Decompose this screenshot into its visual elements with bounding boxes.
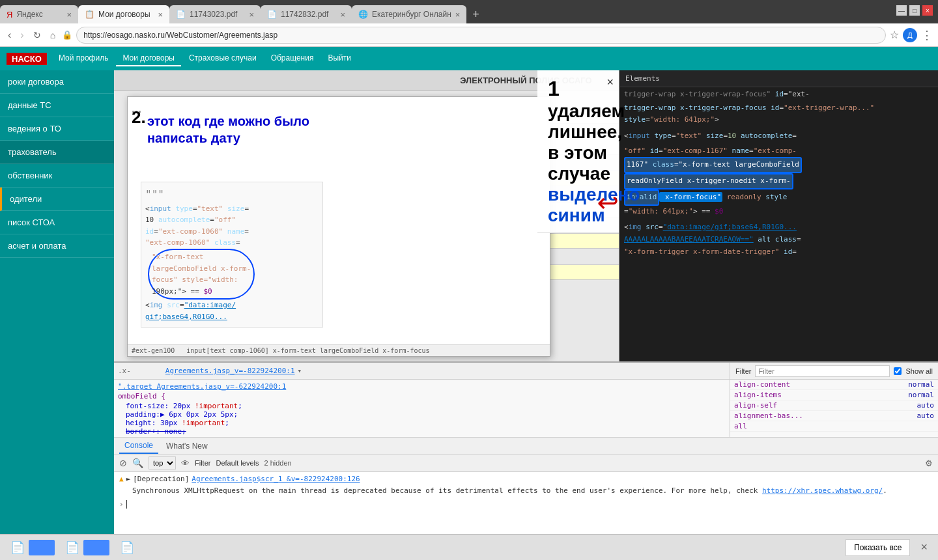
console-toolbar: ⊘ 🔍 top 👁 Filter Default levels 2 hidden… <box>114 455 938 472</box>
url-input[interactable] <box>76 27 886 44</box>
tab-moi-dogovory[interactable]: 📋 Мои договоры × <box>78 5 169 23</box>
tab-whats-new[interactable]: What's New <box>161 439 213 453</box>
styles-filter-input[interactable] <box>755 365 890 377</box>
xhr-spec-link[interactable]: https://xhr.spec.whatwg.org/ <box>762 486 883 495</box>
tab-close-moi-dogovory[interactable]: × <box>158 10 163 20</box>
tab-console[interactable]: Console <box>119 438 158 454</box>
tab-title-ekb: Екатеринбург Онлайн <box>372 10 451 19</box>
download-btn-1[interactable] <box>29 540 55 555</box>
devtools-styles-row: .x- Agreements.jasp_v=-822924200:1 ▾ Fil… <box>114 363 938 380</box>
window-controls: — □ × <box>896 5 933 16</box>
header-nav-dogovory[interactable]: Мои договоры <box>116 51 181 66</box>
sidebar-item-stoa[interactable]: писок СТОА <box>0 211 114 234</box>
show-all-checkbox[interactable] <box>894 367 902 375</box>
filter-text: Filter <box>195 459 210 467</box>
user-icon[interactable]: Д <box>903 28 917 42</box>
deprecation-arrow: ► <box>126 475 131 483</box>
code-right-line-5: invalid x-form-focus" readonly style <box>620 189 938 206</box>
code-right-main: <input type="text" size=10 autocomplete= <box>620 128 938 145</box>
home-button[interactable]: ⌂ <box>48 29 58 42</box>
address-bar: ‹ › ↻ ⌂ 🔒 ☆ Д ⋮ <box>0 23 938 47</box>
sidebar-item-strakhovatel[interactable]: трахователь <box>0 141 114 164</box>
console-filter-toggle[interactable]: 🔍 <box>132 458 143 468</box>
download-pdf-icon-2: 📄 <box>65 540 79 555</box>
code-right-img-line3: "x-form-trigger x-form-date-trigger" id= <box>620 246 938 259</box>
code-right-line-0b: trigger-wrap x-trigger-wrap-focus id="ex… <box>620 102 938 128</box>
download-item-3: 📄 <box>120 540 134 555</box>
tab-ekb[interactable]: 🌐 Екатеринбург Онлайн × <box>352 5 466 23</box>
download-item-1: 📄 <box>10 540 55 555</box>
code-right-line-2: "off" id="ext-comp-1167" name="ext-comp- <box>620 145 938 158</box>
new-tab-button[interactable]: + <box>466 5 485 23</box>
reload-button[interactable]: ↻ <box>31 29 44 42</box>
tab-close-pdf2[interactable]: × <box>340 10 345 20</box>
step-2-label: 2. <box>132 107 146 128</box>
menu-icon[interactable]: ⋮ <box>921 28 933 42</box>
console-source-link[interactable]: Agreements.jasp$scr_1 &v=-822924200:126 <box>192 475 360 483</box>
code-left-content: """ <input type="text" size= 10 autocomp… <box>141 182 323 328</box>
console-context-dropdown[interactable]: top <box>149 456 176 469</box>
console-eye-btn[interactable]: 👁 <box>181 458 190 468</box>
download-pdf-icon-3: 📄 <box>120 540 134 555</box>
hidden-count-badge: 2 hidden <box>264 459 292 467</box>
warning-triangle-icon: ▲ <box>119 475 124 483</box>
css-prop-fontsize: font-size: 20px !important; <box>118 402 726 410</box>
annotation-close[interactable]: × <box>606 76 614 89</box>
annotation-text1: удаляем лишнее, в этом случае <box>548 101 625 184</box>
devtools-body: ".target Agreements.jasp_v=-622924200:1 … <box>114 380 938 437</box>
show-all-label: Show all <box>905 367 933 375</box>
code-right-img-line2: AAAAALAAAAABAAEEAAATCRAEAOW==" alt class… <box>620 234 938 246</box>
header-nav-vyhod[interactable]: Выйти <box>321 51 358 66</box>
close-downloads-btn[interactable]: × <box>920 540 928 554</box>
css-selector: omboField { <box>118 392 726 400</box>
align-prop-row-4: alignment-bas... auto <box>730 411 938 421</box>
sidebar-item-sobstvennik[interactable]: обственник <box>0 164 114 188</box>
bookmark-icon[interactable]: ☆ <box>890 29 899 41</box>
sidebar-item-dannye-ts[interactable]: данные ТС <box>0 94 114 117</box>
sidebar-item-voditeli[interactable]: одители <box>0 188 114 211</box>
app-logo: НАСКО <box>7 53 47 65</box>
close-button[interactable]: × <box>922 5 933 16</box>
back-button[interactable]: ‹ <box>5 28 14 42</box>
annotation-code-text: этот код где можно было написать дату <box>147 113 356 147</box>
sidebar-item-sroki[interactable]: роки договора <box>0 70 114 94</box>
tab-title-pdf2: 11742832.pdf <box>281 10 336 19</box>
code-line-2: <input type="text" size= <box>145 203 319 215</box>
header-nav-moi-profil[interactable]: Мой профиль <box>52 51 115 66</box>
header-nav-obrascheniya[interactable]: Обращения <box>264 51 320 66</box>
code-screenshot-modal: ... этот код где можно было написать дат… <box>127 96 550 357</box>
tab-yandex[interactable]: Я Яндекс × <box>0 5 78 23</box>
minimize-button[interactable]: — <box>896 5 907 16</box>
forward-button[interactable]: › <box>18 28 26 42</box>
code-line-9: 190px;"> == $0 <box>152 286 251 298</box>
tab-pdf2[interactable]: 📄 11742832.pdf × <box>261 5 352 23</box>
console-clear-btn[interactable]: ⊘ <box>119 458 127 468</box>
screenshot-statusbar: #ext-gen100 input[text comp-1060] x-form… <box>128 344 550 356</box>
css-prop-padding: padding:▶ 6px 0px 2px 5px; <box>118 410 726 419</box>
download-btn-2[interactable] <box>83 540 109 555</box>
maximize-button[interactable]: □ <box>909 5 920 16</box>
console-content: ▲ ► [Deprecation] Agreements.jasp$scr_1 … <box>114 472 938 535</box>
header-nav-strahovye[interactable]: Страховые случаи <box>182 51 263 66</box>
sidebar-item-raschet[interactable]: асчет и оплата <box>0 234 114 258</box>
code-line-6: "x-form-text <box>152 251 251 263</box>
annotation-number: 1 <box>548 77 560 100</box>
code-right-line-0: trigger-wrap x-trigger-wrap-focus" id="e… <box>620 87 938 102</box>
show-all-downloads-btn[interactable]: Показать все <box>846 539 910 556</box>
code-line-5: "ext-comp-1060" class= <box>145 237 319 249</box>
bottom-downloads-bar: 📄 📄 📄 Показать все × <box>0 534 938 560</box>
tab-pdf1[interactable]: 📄 11743023.pdf × <box>169 5 261 23</box>
console-settings-btn[interactable]: ⚙ <box>925 458 933 468</box>
pdf1-favicon: 📄 <box>176 10 186 19</box>
align-properties: align-content normal align-items normal … <box>730 380 938 437</box>
code-right-line-6: ="width: 641px;"> == $0 <box>620 206 938 218</box>
code-right-img-line: <img src="data:image/gif;base64,R01G0... <box>620 221 938 234</box>
tab-close-yandex[interactable]: × <box>66 10 72 20</box>
sidebar-item-svedeniya-to[interactable]: ведения о ТО <box>0 117 114 141</box>
code-line-8: focus" style="width: <box>152 274 251 286</box>
devtools-html-header: Elements <box>620 70 938 87</box>
download-pdf-icon-1: 📄 <box>10 540 25 555</box>
tab-close-ekb[interactable]: × <box>455 10 461 20</box>
devtools-html-panel: Elements trigger-wrap x-trigger-wrap-foc… <box>619 70 938 383</box>
tab-close-pdf1[interactable]: × <box>249 10 254 20</box>
